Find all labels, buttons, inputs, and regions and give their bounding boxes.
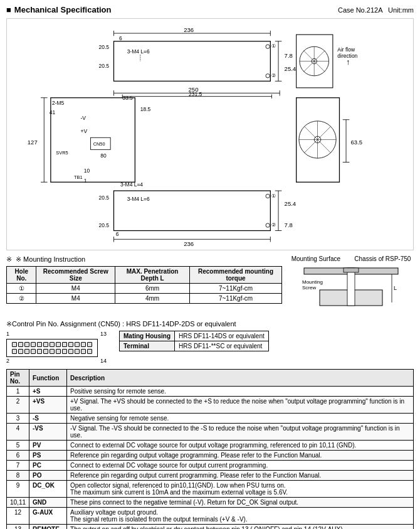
- pin-number: 7: [7, 461, 29, 471]
- pin-number: 1: [7, 387, 29, 397]
- pin-function: +S: [29, 387, 67, 397]
- pin-description: Connect to external DC voltage source fo…: [67, 461, 414, 471]
- pin-description: Open collector signal, referenced to pin…: [67, 481, 414, 498]
- pin-dot: [31, 342, 36, 347]
- pin-function: PS: [29, 451, 67, 461]
- pin-number: 10,11: [7, 498, 29, 508]
- page-title: Mechanical Specification: [6, 5, 111, 14]
- mounting-title: ※ ※ Mounting Instruction: [6, 255, 282, 264]
- pin-table-row: 9DC_OKOpen collector signal, referenced …: [7, 481, 414, 498]
- svg-text:6: 6: [119, 35, 122, 41]
- pin-dot: [68, 349, 73, 354]
- svg-text:25.4: 25.4: [285, 200, 297, 207]
- pin-number: 2: [7, 397, 29, 414]
- pin-number: 5: [7, 441, 29, 451]
- pin-description: Auxiliary voltage output ground. The sig…: [67, 508, 414, 525]
- pin-function: PV: [29, 441, 67, 451]
- col-description: Description: [67, 370, 414, 387]
- pin-function: -S: [29, 414, 67, 424]
- mounting-cell: ②: [7, 294, 36, 304]
- svg-text:3-M4 L=4: 3-M4 L=4: [120, 181, 143, 188]
- svg-text:127: 127: [28, 139, 38, 146]
- svg-text:80: 80: [100, 152, 107, 159]
- svg-text:63.5: 63.5: [350, 139, 362, 146]
- mounting-surface-label: Mounting Surface: [291, 255, 340, 262]
- col-torque: Recommended mounting torque: [190, 267, 282, 284]
- mounting-section: ※ ※ Mounting Instruction Hole No. Recomm…: [6, 255, 414, 315]
- pin-description: +V Signal. The +VS should be connected t…: [67, 397, 414, 414]
- mounting-cell: M4: [36, 284, 115, 294]
- pin-function: GND: [29, 498, 67, 508]
- pin-function: PC: [29, 461, 67, 471]
- svg-text:18.5: 18.5: [140, 106, 151, 112]
- svg-text:②: ②: [271, 222, 276, 228]
- svg-point-10: [266, 45, 270, 48]
- svg-text:7.8: 7.8: [285, 222, 293, 228]
- svg-text:Air flow: Air flow: [337, 46, 355, 53]
- svg-text:TB1: TB1: [74, 174, 83, 180]
- diagram-svg: 236 7.8 25.4 ① ② 20.5 20.5 3-M4 L=6 6 Ai…: [9, 21, 411, 247]
- pin-number: 9: [7, 481, 29, 498]
- pin-function: G-AUX: [29, 508, 67, 525]
- pin-description: Positive sensing for remote sense.: [67, 387, 414, 397]
- svg-text:7.8: 7.8: [285, 52, 293, 59]
- connector-visual: 1 13 2 14: [6, 331, 107, 364]
- pin-dot: [31, 349, 36, 354]
- svg-text:41: 41: [50, 109, 56, 115]
- svg-text:2-M5: 2-M5: [52, 100, 65, 106]
- header-right: Case No.212A Unit:mm: [338, 6, 414, 14]
- pin-dot: [12, 349, 17, 354]
- pin-dot: [18, 349, 23, 354]
- pin-function: PO: [29, 471, 67, 481]
- pin-dot: [87, 349, 92, 354]
- mounting-left: ※ ※ Mounting Instruction Hole No. Recomm…: [6, 255, 282, 315]
- pin-table-row: 5PVConnect to external DC voltage source…: [7, 441, 414, 451]
- mating-terminal-val: HRS DF11-**SC or equivalent: [175, 341, 269, 351]
- svg-text:33.5: 33.5: [122, 95, 133, 101]
- col-function: Function: [29, 370, 67, 387]
- svg-text:20.5: 20.5: [99, 63, 110, 69]
- pin-table-row: 4-VS-V Signal. The -VS should be connect…: [7, 424, 414, 441]
- mounting-cell: 7~11Kgf-cm: [190, 294, 282, 304]
- pin-description: The output on and off by electrical or d…: [67, 525, 414, 530]
- pin-description: These pins connect to the negative termi…: [67, 498, 414, 508]
- svg-rect-88: [344, 268, 359, 272]
- mating-table: Mating Housing HRS DF11-14DS or equivale…: [119, 331, 269, 351]
- pin-function: REMOTE ON-OFF: [29, 525, 67, 530]
- pin-dot: [56, 349, 61, 354]
- svg-text:3-M4 L=6: 3-M4 L=6: [127, 196, 150, 202]
- svg-point-71: [266, 194, 270, 198]
- pin-description: -V Signal. The -VS should be connected t…: [67, 424, 414, 441]
- mounting-screw-svg: L Mounting Screw: [301, 265, 401, 315]
- pin-table-row: 10,11GNDThese pins connect to the negati…: [7, 498, 414, 508]
- pin-dot: [87, 342, 92, 347]
- svg-text:SVR5: SVR5: [56, 150, 68, 156]
- pin-dot: [24, 349, 29, 354]
- mounting-cell: 4mm: [115, 294, 190, 304]
- pin-dot: [37, 342, 42, 347]
- svg-text:236: 236: [184, 240, 194, 247]
- pin-function: +VS: [29, 397, 67, 414]
- svg-text:20.5: 20.5: [99, 44, 110, 50]
- svg-text:+V: +V: [81, 128, 88, 134]
- pin-dot: [81, 349, 86, 354]
- chassis-label: Chassis of RSP-750: [354, 255, 411, 262]
- pin-table-row: 13REMOTE ON-OFFThe output on and off by …: [7, 525, 414, 530]
- pin-table-row: 3-SNegative sensing for remote sense.: [7, 414, 414, 424]
- mounting-cell: 6mm: [115, 284, 190, 294]
- pin-dot: [56, 342, 61, 347]
- pin-table-row: 8POReference pin regarding output curren…: [7, 471, 414, 481]
- pin14-label: 14: [100, 358, 107, 364]
- svg-text:Mounting: Mounting: [302, 279, 323, 285]
- pin-table-row: 12G-AUXAuxiliary voltage output ground. …: [7, 508, 414, 525]
- mounting-table-row: ①M46mm7~11Kgf-cm: [7, 284, 282, 294]
- svg-text:①: ①: [271, 43, 276, 49]
- svg-text:231.5: 231.5: [189, 91, 202, 97]
- col-pin-no: Pin No.: [7, 370, 29, 387]
- pin-function-table: Pin No. Function Description 1+SPositive…: [6, 369, 414, 529]
- pin-number: 12: [7, 508, 29, 525]
- case-number: Case No.212A: [338, 6, 382, 14]
- pin-table-section: Pin No. Function Description 1+SPositive…: [6, 369, 414, 529]
- pin-dot: [75, 342, 80, 347]
- control-body: 1 13 2 14 Mating Housing HRS DF11-14DS o…: [6, 331, 414, 364]
